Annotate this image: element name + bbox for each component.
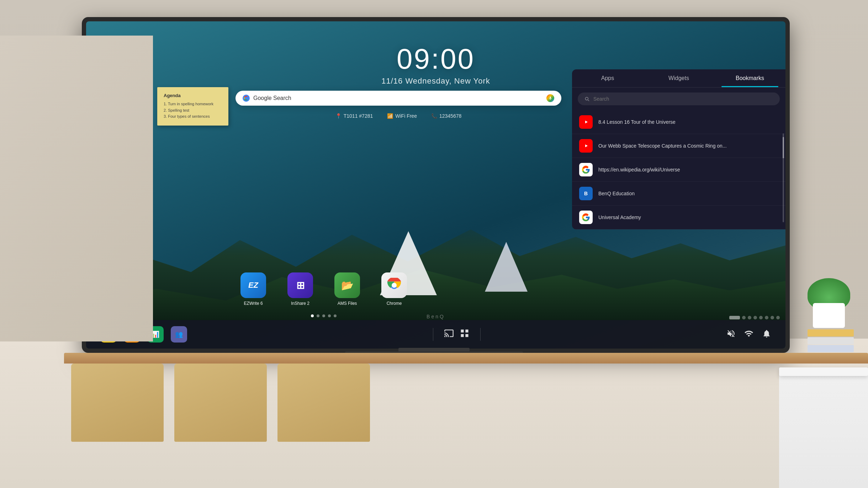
mute-button[interactable] — [726, 329, 736, 340]
book-2 — [808, 337, 854, 344]
wifi-text: WiFi Free — [395, 113, 417, 119]
ezwrite-logo: EZ — [248, 281, 258, 290]
page-dots — [86, 314, 561, 317]
app-icon-chrome[interactable]: Chrome — [381, 272, 407, 306]
taskbar-divider-left — [433, 328, 433, 341]
youtube-icon-1 — [582, 120, 589, 124]
app-icons-row: EZ EZWrite 6 ⊞ InShare 2 📂 AMS Files — [86, 272, 561, 306]
monitor-screen: 09:00 11/16 Wednesday, New York Agenda 1… — [86, 21, 785, 349]
indicator-dot-1 — [742, 316, 746, 319]
svg-point-1 — [392, 283, 397, 288]
bookmark-tour-universe[interactable]: 8.4 Lesson 16 Tour of the Universe — [572, 110, 785, 134]
wifi-info: 📶 WiFi Free — [387, 113, 417, 119]
room-info: 📍 T1011 #7281 — [335, 113, 373, 119]
dot-5[interactable] — [334, 314, 337, 317]
bookmark-universal-academy[interactable]: Universal Academy — [572, 206, 785, 229]
location-icon: 📍 — [335, 113, 342, 119]
chrome-svg — [387, 278, 402, 293]
bookmark-title-5: Universal Academy — [598, 214, 778, 220]
ezwrite-icon[interactable]: EZ — [240, 272, 266, 298]
amsfiles-icon[interactable]: 📂 — [334, 272, 360, 298]
teams-icon: 👥 — [175, 330, 183, 338]
search-bar[interactable]: Google Search — [235, 91, 561, 106]
bookmark-title-4: BenQ Education — [598, 191, 778, 196]
indicator-dot-4 — [759, 316, 763, 319]
indicator-dot-5 — [765, 316, 768, 319]
amsfiles-logo: 📂 — [341, 280, 354, 291]
taskbar-right — [726, 329, 771, 340]
chrome-icon[interactable] — [381, 272, 407, 298]
search-text: Google Search — [253, 95, 543, 101]
bookmark-favicon-google-2 — [579, 211, 593, 224]
bottom-indicators — [729, 316, 785, 319]
grid-button[interactable] — [460, 328, 470, 340]
taskbar-center — [444, 328, 470, 340]
amsfiles-label: AMS Files — [338, 301, 357, 306]
teacher-area — [0, 36, 153, 341]
desk-area — [64, 353, 868, 488]
ezwrite-label: EZWrite 6 — [244, 301, 263, 306]
bookmark-wikipedia[interactable]: https://en.wikipedia.org/wiki/Universe — [572, 158, 785, 182]
mic-icon[interactable] — [546, 94, 554, 102]
cast-icon — [444, 328, 454, 338]
bookmark-webb-telescope[interactable]: Our Webb Space Telescope Captures a Cosm… — [572, 134, 785, 158]
mute-icon — [726, 329, 736, 338]
bookmark-title-1: 8.4 Lesson 16 Tour of the Universe — [598, 119, 778, 125]
benq-letter: B — [584, 191, 588, 196]
inshare-icon[interactable]: ⊞ — [287, 272, 313, 298]
plant-decoration — [808, 278, 850, 353]
room-number: T1011 #7281 — [344, 113, 373, 119]
google-icon — [243, 95, 250, 102]
tab-widgets[interactable]: Widgets — [643, 69, 714, 87]
panel-search-icon — [584, 96, 590, 102]
panel-scroll-thumb — [783, 137, 784, 158]
white-shelf — [779, 367, 868, 376]
taskbar: ⭐ 🎯 📊 👥 — [86, 320, 785, 349]
grid-icon — [460, 328, 470, 338]
white-cabinet — [779, 374, 868, 488]
chair-2 — [174, 364, 267, 442]
wifi-icon — [744, 329, 753, 338]
bookmark-favicon-youtube-1 — [579, 115, 593, 129]
dot-3[interactable] — [322, 314, 325, 317]
tab-apps[interactable]: Apps — [572, 69, 643, 87]
panel-search-input[interactable] — [593, 96, 773, 102]
panel-scrollbar[interactable] — [783, 133, 784, 222]
bookmark-favicon-benq: B — [579, 187, 593, 200]
benq-brand-label: BenQ — [427, 314, 445, 319]
inshare-label: InShare 2 — [291, 301, 309, 306]
bookmark-benq[interactable]: B BenQ Education — [572, 182, 785, 206]
google-icon-ua — [582, 213, 590, 222]
dot-4[interactable] — [328, 314, 331, 317]
youtube-icon-2 — [582, 143, 589, 148]
tab-bookmarks[interactable]: Bookmarks — [714, 69, 785, 87]
desk-top — [64, 353, 868, 364]
bell-icon — [762, 329, 771, 338]
bell-button[interactable] — [762, 329, 771, 340]
bookmark-title-2: Our Webb Space Telescope Captures a Cosm… — [598, 143, 778, 149]
bookmark-title-3: https://en.wikipedia.org/wiki/Universe — [598, 167, 778, 173]
phone-number: 12345678 — [439, 113, 461, 119]
taskbar-divider-right — [480, 328, 481, 341]
wifi-button[interactable] — [744, 329, 753, 340]
plant-pot — [813, 303, 845, 328]
indicator-dot-2 — [748, 316, 751, 319]
sticky-item-1: 1. Turn in spelling homework — [164, 101, 222, 107]
taskbar-app-teams[interactable]: 👥 — [171, 326, 187, 343]
indicator-dot-6 — [771, 316, 774, 319]
sticky-item-3: 3. Four types of sentences — [164, 113, 222, 120]
monitor-frame: 09:00 11/16 Wednesday, New York Agenda 1… — [82, 17, 790, 353]
bookmark-favicon-youtube-2 — [579, 139, 593, 153]
app-icon-inshare[interactable]: ⊞ InShare 2 — [287, 272, 313, 306]
chrome-label: Chrome — [387, 301, 402, 306]
app-icon-ezwrite[interactable]: EZ EZWrite 6 — [240, 272, 266, 306]
cast-button[interactable] — [444, 328, 454, 340]
dot-1[interactable] — [311, 314, 314, 317]
panel-search-bar[interactable] — [578, 92, 780, 105]
dot-2[interactable] — [317, 314, 319, 317]
app-icon-amsfiles[interactable]: 📂 AMS Files — [334, 272, 360, 306]
phone-icon: 📞 — [431, 113, 437, 119]
phone-info: 📞 12345678 — [431, 113, 461, 119]
wifi-icon-info: 📶 — [387, 113, 393, 119]
indicator-dot-7 — [776, 316, 780, 319]
